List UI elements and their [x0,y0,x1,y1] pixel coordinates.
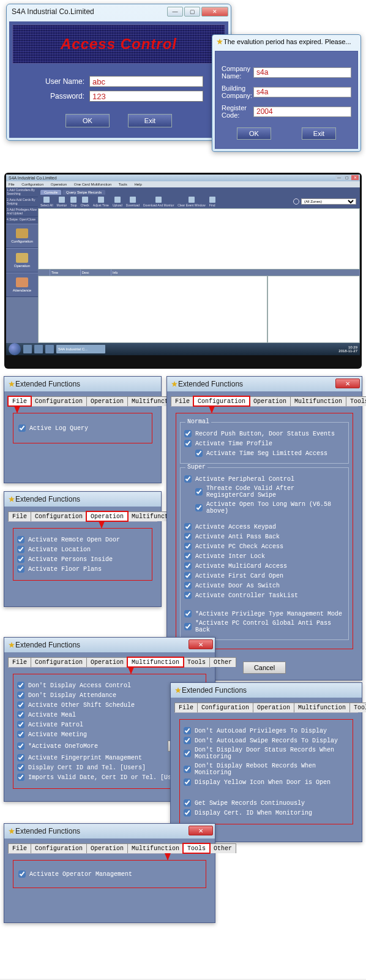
ef-close-button[interactable]: ✕ [189,826,213,835]
tb-dlmonitor[interactable]: Download And Monitor [142,197,175,207]
menu-configuration[interactable]: Configuration [21,183,43,186]
taskbar-pin-3[interactable] [45,345,54,353]
zone-select[interactable]: (All Zones) [301,198,356,205]
ef-tab-multifunction[interactable]: Multifunct [127,396,173,406]
ef-cancel-button[interactable]: Cancel [243,662,286,674]
ef-tab-file[interactable]: File [8,843,31,853]
ef-tab-multifunction[interactable]: Multifunction [127,657,184,667]
username-input[interactable] [89,76,203,87]
chk-record-push[interactable] [184,430,192,437]
ef-tab-operation[interactable]: Operation [86,657,128,667]
chk-yellow-icon[interactable] [184,778,191,786]
ef-close-button[interactable]: ✕ [189,639,213,649]
chk-disp-reboot[interactable] [184,766,191,773]
app-close-button[interactable]: ✕ [351,175,359,180]
menu-help[interactable]: Help [134,183,141,186]
chk-autoload-swipe[interactable] [184,737,191,744]
ef-close-button[interactable]: ✕ [335,379,360,388]
password-input[interactable] [89,91,203,102]
tb-clear[interactable]: Clear Event Window [176,197,206,207]
chk-timeseg[interactable] [195,450,203,457]
sidebar-step-1[interactable]: 1.Add Controllers By Searching [6,187,38,197]
ef-tab-tools[interactable]: Tools [346,396,366,406]
chk-antipassback[interactable] [184,533,192,540]
login-exit-button[interactable]: Exit [128,114,172,127]
ef-tab-configuration[interactable]: Configuration [193,396,250,406]
chk-peripheral[interactable] [184,475,192,483]
eval-ok-button[interactable]: OK [237,127,271,140]
chk-dont-disp-att[interactable] [17,692,24,699]
windows-orb-icon[interactable] [9,343,21,355]
maximize-button[interactable]: ▢ [184,7,200,17]
sidebar-step-2[interactable]: 2.Auto Add Cards By Swiping [6,197,38,207]
chk-disp-cert[interactable] [184,809,191,816]
chk-autoload-priv[interactable] [184,727,191,734]
ef-tab-operation[interactable]: Operation [86,511,128,521]
tb-download[interactable]: Download [125,197,141,207]
event-pane[interactable] [38,276,267,343]
tb-check[interactable]: Check [80,197,91,207]
chk-fingerprint[interactable] [17,754,24,761]
ef-tab-configuration[interactable]: Configuration [31,843,87,853]
ef-tab-file[interactable]: File [8,657,31,667]
ef-tab-file[interactable]: File [8,511,31,521]
ef-tab-other[interactable]: Other [209,843,236,853]
menu-tools[interactable]: Tools [119,183,127,186]
taskbar-pin-1[interactable] [23,345,32,353]
chk-pccheck[interactable] [184,543,192,550]
tb-selectall[interactable]: Select All [39,197,54,207]
minimize-button[interactable]: — [167,7,183,17]
ef-tab-operation[interactable]: Operation [86,843,128,853]
tb-upload[interactable]: Upload [111,197,124,207]
chk-operator-mgmt[interactable] [18,870,26,878]
chk-interlock[interactable] [184,552,192,560]
sidebar-operation[interactable]: Operation [6,248,38,273]
chk-remote-open-door[interactable] [17,536,24,543]
taskbar-active-window[interactable]: S4A Industrial C... [56,345,105,353]
chk-onetomore[interactable] [17,742,24,750]
ef-tab-operation[interactable]: Operation [86,396,128,406]
ef-tab-configuration[interactable]: Configuration [31,657,87,667]
chk-disp-doorstatus[interactable] [184,750,191,757]
ef-tab-tools[interactable]: Tools [183,843,210,853]
ef-tab-tools[interactable]: Tools [183,657,210,667]
chk-doorswitch[interactable] [184,582,192,589]
ef-tab-operation[interactable]: Operation [249,396,291,406]
ef-tab-file[interactable]: File [8,396,31,406]
company-input[interactable] [253,67,351,78]
ef-tab-file[interactable]: File [171,396,194,406]
ef-tab-multifunction[interactable]: Multifunct [127,511,173,521]
chk-floor-plans[interactable] [17,565,24,573]
chk-meeting[interactable] [17,731,24,738]
ef-tab-multifunction[interactable]: Multifunction [294,703,350,712]
eval-exit-button[interactable]: Exit [302,127,336,140]
chk-firstcard[interactable] [184,572,192,579]
app-min-button[interactable]: — [335,175,343,180]
chk-active-log-query[interactable] [18,424,26,432]
ef-tab-tools[interactable]: Tools [349,703,366,712]
chk-other-shift[interactable] [17,701,24,709]
chk-patrol[interactable] [17,721,24,728]
menu-multifunction[interactable]: One Card Multifunction [74,183,111,186]
app-max-button[interactable]: ▢ [343,175,351,180]
chk-opentoolong[interactable] [195,504,203,511]
code-input[interactable] [253,107,351,117]
tb-stop[interactable]: Stop [69,197,78,207]
tab-query-swipe[interactable]: Query Swipe Records [62,190,105,195]
chk-imports-valid[interactable] [17,774,24,781]
sidebar-attendance[interactable]: Attendance [6,273,38,297]
ef-tab-configuration[interactable]: Configuration [31,396,87,406]
chk-dont-disp-ac[interactable] [17,682,24,689]
chk-access-keypad[interactable] [184,523,192,530]
tb-monitor[interactable]: Monitor [56,197,69,207]
ef-tab-file[interactable]: File [174,703,198,712]
app-menubar[interactable]: File Configuration Operation One Card Mu… [6,181,360,187]
ef-tab-operation[interactable]: Operation [253,703,294,712]
chk-persons-inside[interactable] [17,556,24,563]
tb-find[interactable]: Find [208,197,217,207]
building-input[interactable] [253,87,351,97]
detail-pane[interactable] [267,276,360,343]
chk-multicard[interactable] [184,562,192,570]
ef-tab-other[interactable]: Other [209,657,236,667]
taskbar-pin-2[interactable] [34,345,43,353]
